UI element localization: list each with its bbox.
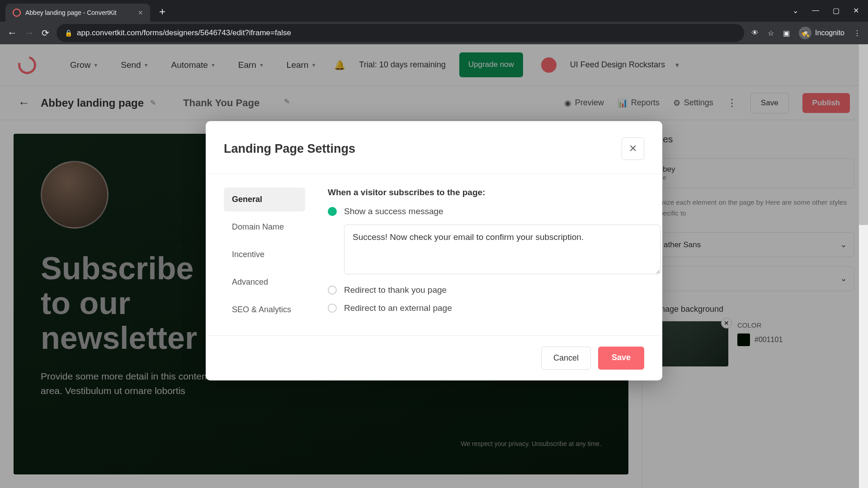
forward-button[interactable]: →	[24, 27, 34, 39]
radio-label: Redirect to thank you page	[344, 285, 447, 295]
modal-title: Landing Page Settings	[224, 142, 355, 156]
window-controls: ⌄ — ▢ ✕	[793, 6, 859, 15]
new-tab-button[interactable]: +	[159, 5, 165, 22]
browser-tab[interactable]: Abbey landing page - ConvertKit ×	[5, 4, 150, 22]
minimize-icon[interactable]: —	[812, 6, 819, 15]
incognito-badge[interactable]: 🕵 Incognito	[799, 27, 844, 39]
incognito-label: Incognito	[815, 29, 844, 37]
radio-thank-you[interactable]	[328, 286, 337, 295]
radio-external[interactable]	[328, 304, 337, 313]
tab-title: Abbey landing page - ConvertKit	[25, 9, 133, 16]
back-button[interactable]: ←	[7, 27, 17, 39]
radio-success-message[interactable]	[328, 207, 337, 216]
scrollbar-thumb[interactable]	[859, 44, 868, 225]
modal-tab-incentive[interactable]: Incentive	[224, 243, 305, 267]
modal-tab-domain[interactable]: Domain Name	[224, 215, 305, 239]
modal-content: When a visitor subscribes to the page: S…	[328, 188, 644, 322]
close-button[interactable]: ✕	[622, 137, 644, 160]
settings-modal: Landing Page Settings ✕ General Domain N…	[206, 121, 662, 380]
panel-icon[interactable]: ▣	[783, 29, 790, 38]
eye-off-icon[interactable]: 👁	[751, 29, 759, 37]
modal-overlay[interactable]: Landing Page Settings ✕ General Domain N…	[0, 44, 868, 488]
modal-tab-seo[interactable]: SEO & Analytics	[224, 298, 305, 322]
url-text: app.convertkit.com/forms/designers/56467…	[77, 28, 291, 38]
scrollbar[interactable]	[859, 44, 868, 488]
menu-dots-icon[interactable]: ⋮	[854, 29, 861, 38]
incognito-icon: 🕵	[799, 27, 811, 39]
site-icon	[13, 9, 21, 17]
close-window-icon[interactable]: ✕	[853, 6, 859, 15]
modal-tab-general[interactable]: General	[224, 188, 305, 211]
url-bar[interactable]: 🔒 app.convertkit.com/forms/designers/564…	[57, 24, 744, 42]
section-title: When a visitor subscribes to the page:	[328, 188, 644, 197]
modal-sidebar: General Domain Name Incentive Advanced S…	[224, 188, 305, 322]
radio-label: Redirect to an external page	[344, 303, 452, 313]
save-button[interactable]: Save	[598, 347, 644, 370]
browser-tab-bar: Abbey landing page - ConvertKit × + ⌄ — …	[0, 0, 868, 22]
lock-icon: 🔒	[65, 29, 72, 37]
reload-button[interactable]: ⟳	[42, 28, 49, 38]
star-icon[interactable]: ☆	[768, 29, 774, 38]
chevron-down-icon[interactable]: ⌄	[793, 6, 798, 15]
close-icon: ✕	[629, 143, 637, 155]
maximize-icon[interactable]: ▢	[833, 6, 840, 15]
success-message-input[interactable]	[344, 225, 660, 274]
cancel-button[interactable]: Cancel	[541, 347, 591, 370]
radio-label: Show a success message	[344, 206, 443, 216]
modal-tab-advanced[interactable]: Advanced	[224, 270, 305, 294]
url-bar-row: ← → ⟳ 🔒 app.convertkit.com/forms/designe…	[0, 22, 868, 44]
tab-close-icon[interactable]: ×	[138, 8, 143, 18]
